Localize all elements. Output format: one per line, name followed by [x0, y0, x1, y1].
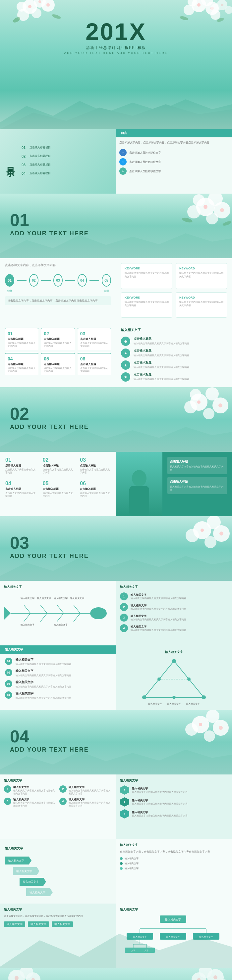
- fish-diagram: 输入相关文字 输入相关文字 输入相关文字 输入相关文字 输入相关文字 输入相关文…: [4, 592, 112, 638]
- toc-item-2: 02 点击输入标题栏目: [22, 154, 111, 158]
- svg-point-75: [185, 723, 198, 736]
- preface-item-2: t 点击添加人员姓名职位文字: [119, 158, 229, 165]
- preface-item-1: f 点击添加人员姓名职位文字: [119, 149, 229, 156]
- toc-item-4: 04 点击输入标题栏目: [22, 172, 111, 175]
- svg-point-31: [203, 205, 208, 209]
- section-text-03: ADD YOUR TEXT HERE: [10, 553, 89, 560]
- svg-point-48: [186, 529, 199, 542]
- fish-title: 输入相关文字: [4, 585, 112, 589]
- svg-line-56: [40, 605, 47, 613]
- section-num-01: 01: [10, 210, 29, 230]
- section-text-01: ADD YOUR TEXT HERE: [10, 230, 89, 237]
- svg-point-39: [203, 408, 214, 419]
- svg-rect-44: [129, 486, 149, 516]
- preface-item-3: in 点击添加人员姓名职位文字: [119, 167, 229, 175]
- svg-line-55: [24, 605, 30, 613]
- process-step-5: 05: [102, 274, 111, 286]
- section-num-04: 04: [10, 727, 29, 746]
- toc-title: 目录: [5, 160, 17, 163]
- process-step-2: 02: [29, 274, 38, 286]
- svg-point-76: [204, 730, 215, 742]
- svg-point-38: [184, 401, 197, 414]
- slide-preface: 前言 点击添加文字内容，点击添加文字内容，点击添加文字内容点击添加文字内容 f …: [116, 129, 232, 194]
- process-step-4: 04: [78, 274, 87, 286]
- slide-fish: 输入相关文字 输入相关文字 输入相关文字 输入: [0, 581, 116, 645]
- section-num-03: 03: [10, 533, 29, 553]
- svg-line-61: [57, 613, 64, 622]
- toc-item-3: 03 点击输入标题栏目: [22, 163, 111, 167]
- svg-point-28: [187, 205, 200, 218]
- svg-point-49: [205, 536, 216, 548]
- toc-item-1: 01 点击输入标题栏目: [22, 146, 111, 150]
- section-slide-02: 02 ADD YOUR TEXT HERE: [0, 387, 232, 452]
- svg-point-113: [213, 975, 218, 979]
- svg-point-77: [199, 723, 202, 726]
- svg-point-78: [219, 726, 223, 730]
- svg-point-53: [90, 607, 107, 619]
- photo-area: [116, 452, 162, 516]
- svg-point-40: [190, 389, 201, 400]
- svg-line-60: [40, 613, 47, 622]
- arrow-2: 输入相关文字: [13, 867, 40, 875]
- section-num-02: 02: [10, 404, 29, 424]
- section-slide-01: 01 ADD YOUR TEXT HERE: [0, 194, 232, 258]
- section-text-04: ADD YOUR TEXT HERE: [10, 746, 89, 753]
- svg-point-29: [206, 213, 218, 224]
- svg-point-34: [222, 220, 232, 227]
- arrow-1: 输入相关文字: [5, 856, 32, 864]
- svg-point-51: [219, 531, 223, 536]
- svg-marker-54: [4, 607, 11, 620]
- slide-toc-row: 目录 01 点击输入标题栏目 02 点击输入标题栏目 03 点击输入标题栏目: [0, 129, 232, 194]
- svg-line-62: [74, 613, 80, 622]
- svg-point-50: [200, 528, 204, 532]
- section-slide-03: 03 ADD YOUR TEXT HERE: [0, 516, 232, 581]
- section-text-02: ADD YOUR TEXT HERE: [10, 424, 89, 431]
- slide-thanks: THANKS: [0, 968, 232, 980]
- svg-point-42: [218, 404, 222, 407]
- process-step-3: 03: [53, 274, 62, 286]
- svg-line-59: [24, 613, 30, 622]
- svg-point-41: [197, 401, 200, 404]
- section-slide-04: 04 ADD YOUR TEXT HERE: [0, 710, 232, 775]
- slide-toc: 目录 01 点击输入标题栏目 02 点击输入标题栏目 03 点击输入标题栏目: [0, 129, 116, 194]
- preface-body: 点击添加文字内容，点击添加文字内容，点击添加文字内容点击添加文字内容: [119, 141, 229, 145]
- svg-point-30: [193, 194, 205, 206]
- preface-header: 前言: [116, 129, 232, 137]
- svg-line-58: [74, 605, 80, 613]
- svg-point-32: [220, 208, 224, 212]
- arrow-4: 输入相关文字: [26, 888, 53, 896]
- svg-line-57: [57, 605, 64, 613]
- svg-point-43: [132, 470, 147, 487]
- arrow-3: 输入相关文字: [19, 878, 46, 886]
- svg-point-105: [14, 976, 19, 980]
